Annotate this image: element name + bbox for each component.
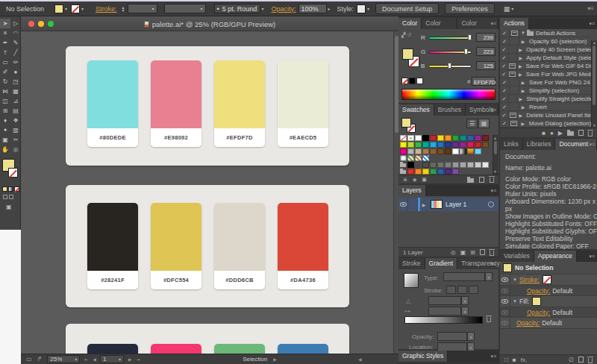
opacity-link[interactable]: Opacity: xyxy=(516,319,540,327)
last-artboard-icon[interactable]: ⇥ xyxy=(137,357,140,362)
eyedropper-tool[interactable]: ♦ xyxy=(0,116,10,125)
swatch-kinds-icon[interactable]: ▣ xyxy=(422,177,427,183)
tab-links[interactable]: Links xyxy=(500,139,523,150)
appearance-row-opacity[interactable]: Opacity: Default xyxy=(500,307,597,318)
action-enabled-checkbox[interactable]: ✓ xyxy=(500,95,509,102)
curvature-tool[interactable]: ✎ xyxy=(10,38,21,48)
palette-swatch[interactable]: #28241F xyxy=(87,203,138,289)
action-dialog-toggle[interactable] xyxy=(510,119,519,127)
color-mode-button[interactable] xyxy=(2,186,7,192)
next-artboard-icon[interactable]: ▶ xyxy=(128,357,132,362)
action-enabled-checkbox[interactable]: ✓ xyxy=(500,62,508,69)
duplicate-item-icon[interactable] xyxy=(578,357,584,363)
action-row[interactable]: ✓▶Delete Unused Panel Items xyxy=(500,111,591,119)
swatch-cell[interactable] xyxy=(445,148,451,154)
visibility-toggle[interactable] xyxy=(500,296,510,307)
none-mode-button[interactable] xyxy=(14,186,19,192)
registration-swatch[interactable]: ⌖ xyxy=(407,135,414,141)
swatch-cell[interactable] xyxy=(430,155,437,161)
swatch-cell[interactable] xyxy=(452,155,459,161)
lasso-tool[interactable]: ◠ xyxy=(10,28,21,38)
attribute-label[interactable]: Stroke: xyxy=(519,276,540,283)
tab-appearance[interactable]: Appearance xyxy=(534,251,577,262)
pen-tool[interactable]: ✒ xyxy=(0,38,10,48)
zoom-dropdown-icon[interactable]: ▾ xyxy=(75,357,77,362)
expand-icon[interactable]: ▼ xyxy=(513,299,517,304)
panel-menu-icon[interactable]: ▾≡ xyxy=(490,258,496,269)
tab-swatches[interactable]: Swatches xyxy=(398,104,434,116)
stroke-gradient-across-button[interactable] xyxy=(469,286,478,294)
swatch-cell[interactable] xyxy=(467,148,474,154)
gradient-mode-button[interactable] xyxy=(8,186,13,192)
channel-slider[interactable] xyxy=(428,37,472,40)
swatch-cell[interactable] xyxy=(415,135,422,141)
swatch-cell[interactable] xyxy=(460,148,466,154)
action-dialog-toggle[interactable] xyxy=(510,87,519,94)
swatch-cell[interactable] xyxy=(460,169,466,175)
swatch-scrollbar[interactable]: ▲ ▼ xyxy=(493,135,498,175)
new-sublayer-icon[interactable]: ⊞ xyxy=(470,249,475,256)
chevron-down-icon[interactable]: ▾ xyxy=(467,332,475,341)
layer-lock-toggle[interactable] xyxy=(408,198,418,211)
artboard-nav-icon[interactable]: ▭ xyxy=(26,356,32,363)
gradient-opacity-input[interactable] xyxy=(437,332,467,341)
swatch-cell[interactable] xyxy=(475,162,481,168)
panel-menu-icon[interactable]: ▾≡ xyxy=(589,139,595,150)
swatch-cell[interactable] xyxy=(407,162,414,168)
expand-icon[interactable]: ▶ xyxy=(519,104,527,110)
swatch-cell[interactable] xyxy=(400,135,407,141)
palette-card[interactable]: #28241F#DFC554#DDD6CB#DA4736 xyxy=(66,185,349,307)
expand-icon[interactable]: ▶ xyxy=(517,72,524,77)
chevron-down-icon[interactable]: ▾ xyxy=(461,307,469,316)
action-row[interactable]: ✓▶Save For Web PNG 24 xyxy=(500,78,591,87)
swatch-cell[interactable] xyxy=(482,169,489,175)
swatch-cell[interactable] xyxy=(475,169,481,175)
stroke-swatch[interactable] xyxy=(8,168,18,178)
action-dialog-toggle[interactable] xyxy=(509,111,518,119)
palette-card[interactable]: #80DEDE#E98092#EFDF7D#EAECD5 xyxy=(66,46,349,166)
canvas-vertical-scrollbar[interactable] xyxy=(393,31,398,354)
swatch-cell[interactable] xyxy=(430,142,437,148)
opacity-arrow-icon[interactable]: ▸ xyxy=(328,6,331,11)
channel-value-input[interactable]: 239 xyxy=(476,33,496,42)
swatch-cell[interactable] xyxy=(445,162,451,168)
actions-scrollbar[interactable]: ▲ ▼ xyxy=(591,40,597,128)
action-enabled-checkbox[interactable]: ✓ xyxy=(500,87,510,94)
scroll-down-icon[interactable]: ▼ xyxy=(493,169,497,174)
symbol-sprayer-tool[interactable]: ✦ xyxy=(0,125,10,135)
width-tool[interactable]: ⋈ xyxy=(0,87,10,96)
action-dialog-toggle[interactable] xyxy=(509,70,518,78)
slider-handle[interactable] xyxy=(464,48,468,54)
expand-icon[interactable]: ▶ xyxy=(517,55,524,60)
swatch-cell[interactable] xyxy=(460,142,466,148)
document-titlebar[interactable]: palette.ai* @ 25% (RGB/GPU Preview) xyxy=(21,16,398,31)
action-dialog-toggle[interactable] xyxy=(508,62,516,69)
swatch-cell[interactable] xyxy=(482,135,489,141)
stroke-dropdown-icon[interactable]: ▾ xyxy=(81,6,84,11)
swatch-cell[interactable] xyxy=(422,135,429,141)
variable-width-select[interactable]: ▾ xyxy=(164,4,206,13)
color-group-folder-icon[interactable] xyxy=(400,169,407,175)
palette-card[interactable] xyxy=(66,324,349,354)
action-row[interactable]: ✓▶Revert xyxy=(500,103,591,111)
swatch-cell[interactable] xyxy=(452,135,459,141)
action-row[interactable]: ✓▶Opacity 60 (selection) xyxy=(500,37,591,46)
layer-visibility-toggle[interactable] xyxy=(398,198,408,211)
perspective-grid-tool[interactable]: ⊿ xyxy=(10,96,21,106)
action-row[interactable]: ✓▼Default Actions xyxy=(500,29,591,37)
fill-stroke-indicator[interactable] xyxy=(0,159,20,184)
stroke-gradient-within-button[interactable] xyxy=(446,286,456,294)
blend-tool[interactable]: ❖ xyxy=(10,116,21,125)
swatch-cell[interactable] xyxy=(437,162,444,168)
scrollbar-thumb[interactable] xyxy=(593,46,596,105)
stepper-down-icon[interactable]: ▼ xyxy=(122,9,125,12)
type-tool[interactable]: T xyxy=(0,48,10,57)
white-swatch[interactable] xyxy=(416,78,423,84)
zoom-level-select[interactable]: 25% ▾ xyxy=(47,355,80,363)
palette-swatch[interactable] xyxy=(87,344,138,354)
stroke-weight-select[interactable]: ▾ xyxy=(128,4,157,13)
channel-value-input[interactable]: 223 xyxy=(476,47,496,56)
grid-view-button[interactable]: ▦ xyxy=(478,119,490,128)
swatch-cell[interactable] xyxy=(445,142,451,148)
layer-row[interactable]: ▶ Layer 1 xyxy=(398,198,498,211)
